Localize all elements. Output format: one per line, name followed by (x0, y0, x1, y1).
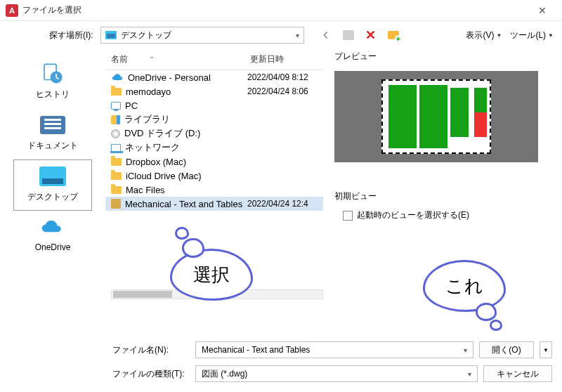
pc-icon (111, 102, 121, 110)
net-icon (111, 144, 121, 152)
column-header-name[interactable]: 名前 ⌃ (105, 49, 247, 70)
toolbar: 探す場所(I): デスクトップ ▾ ✕ 表示(V) ▼ ツール(L) ▼ (0, 21, 562, 49)
history-icon (38, 62, 67, 86)
chevron-down-icon: ▼ (496, 32, 502, 39)
file-name: OneDrive - Personal (128, 72, 247, 83)
file-name: Dropbox (Mac) (126, 157, 247, 167)
file-date: 2022/04/24 8:06 (247, 86, 323, 96)
bottom-panel: ファイル名(N): Mechanical - Text and Tables ▾… (0, 337, 562, 382)
toolbar-menus: 表示(V) ▼ ツール(L) ▼ (466, 30, 554, 41)
lib-icon (111, 115, 120, 124)
chevron-down-icon: ▾ (464, 346, 467, 354)
file-row[interactable]: iCloud Drive (Mac) (105, 169, 323, 183)
file-row[interactable]: OneDrive - Personal2022/04/09 8:12 (105, 70, 323, 84)
open-button[interactable]: 開く(O) (479, 341, 534, 358)
initial-view-checkbox[interactable] (343, 211, 353, 221)
file-date: 2022/04/24 12:4 (247, 199, 323, 209)
look-in-combo[interactable]: デスクトップ ▾ (100, 27, 304, 44)
app-icon: A (6, 4, 18, 17)
file-row[interactable]: memodayo2022/04/24 8:06 (105, 84, 323, 98)
file-list[interactable]: OneDrive - Personal2022/04/09 8:12memoda… (105, 70, 323, 211)
initial-view-checkbox-row: 起動時のビューを選択する(E) (334, 209, 549, 221)
window-title: ファイルを選択 (22, 4, 528, 16)
file-name: PC (125, 100, 247, 111)
file-name: ライブラリ (124, 113, 247, 126)
initial-view-label: 初期ビュー (334, 190, 549, 202)
titlebar: A ファイルを選択 ✕ (0, 0, 562, 21)
preview-label: プレビュー (334, 51, 549, 63)
tools-menu[interactable]: ツール(L) ▼ (510, 30, 554, 41)
preview-thumbnail (334, 71, 538, 162)
file-row[interactable]: PC (105, 98, 323, 112)
look-in-label: 探す場所(I): (49, 30, 93, 41)
sidebar-item-onedrive[interactable]: OneDrive (14, 211, 91, 259)
column-header-date[interactable]: 更新日時 (247, 49, 323, 70)
filename-input[interactable]: Mechanical - Text and Tables ▾ (195, 341, 473, 358)
file-name: memodayo (126, 86, 247, 97)
view-menu[interactable]: 表示(V) ▼ (466, 30, 502, 41)
folder-icon (111, 172, 122, 180)
file-row[interactable]: Mac Files (105, 183, 323, 197)
sidebar-item-history[interactable]: ヒストリ (14, 58, 91, 107)
file-row[interactable]: Dropbox (Mac) (105, 155, 323, 169)
filetype-value: 図面 (*.dwg) (202, 368, 247, 380)
places-sidebar: ヒストリ ドキュメント デスクトップ OneDrive (0, 49, 105, 337)
desktop-icon (38, 164, 67, 188)
file-list-header: 名前 ⌃ 更新日時 (105, 49, 323, 70)
dwg-icon (111, 199, 121, 209)
sidebar-item-label: OneDrive (14, 242, 91, 252)
new-folder-icon (388, 31, 399, 39)
new-folder-button[interactable] (387, 29, 400, 41)
filetype-label: ファイルの種類(T): (112, 368, 190, 380)
file-row[interactable]: DVD ドライブ (D:) (105, 126, 323, 141)
sidebar-item-desktop[interactable]: デスクトップ (14, 160, 91, 210)
sidebar-item-label: デスクトップ (14, 191, 91, 203)
initial-view-checkbox-label: 起動時のビューを選択する(E) (357, 209, 469, 221)
file-row[interactable]: ネットワーク (105, 141, 323, 155)
cancel-button[interactable]: キャンセル (483, 365, 552, 382)
delete-button[interactable]: ✕ (365, 29, 377, 41)
chevron-down-icon: ▾ (468, 370, 471, 378)
close-button[interactable]: ✕ (528, 5, 556, 16)
sidebar-item-label: ドキュメント (14, 140, 91, 152)
onedrive-icon (38, 216, 67, 240)
filename-label: ファイル名(N): (112, 344, 190, 356)
documents-icon (38, 113, 67, 137)
folder-up-icon (343, 30, 354, 40)
sidebar-item-documents[interactable]: ドキュメント (14, 109, 91, 159)
drawing-preview (381, 79, 491, 154)
folder-icon (111, 158, 122, 166)
file-name: ネットワーク (125, 141, 247, 154)
file-name: iCloud Drive (Mac) (126, 171, 247, 181)
folder-icon (111, 88, 122, 96)
file-name: Mechanical - Text and Tables (125, 199, 247, 209)
initial-view-section: 初期ビュー 起動時のビューを選択する(E) (334, 190, 549, 221)
sort-asc-icon: ⌃ (149, 55, 155, 63)
file-row[interactable]: ライブラリ (105, 112, 323, 126)
dvd-icon (111, 129, 120, 138)
file-name: DVD ドライブ (D:) (124, 127, 247, 140)
desktop-icon (105, 31, 117, 39)
filename-value: Mechanical - Text and Tables (202, 345, 310, 355)
cloud-icon (111, 72, 124, 83)
view-menu-label: 表示(V) (466, 30, 494, 41)
tools-menu-label: ツール(L) (510, 30, 546, 41)
scrollbar-thumb[interactable] (113, 291, 172, 298)
open-button-dropdown[interactable]: ▼ (540, 341, 552, 358)
chevron-down-icon: ▼ (548, 32, 554, 39)
folder-icon (111, 186, 122, 194)
filetype-combo[interactable]: 図面 (*.dwg) ▾ (195, 365, 478, 382)
toolbar-icons: ✕ (320, 29, 400, 41)
file-date: 2022/04/09 8:12 (247, 72, 323, 82)
sidebar-item-label: ヒストリ (14, 89, 91, 100)
back-button[interactable] (320, 29, 332, 41)
chevron-down-icon: ▾ (296, 32, 299, 39)
look-in-value: デスクトップ (121, 30, 171, 41)
up-folder-button[interactable] (342, 29, 355, 41)
file-row[interactable]: Mechanical - Text and Tables2022/04/24 1… (105, 197, 323, 211)
file-name: Mac Files (126, 185, 247, 195)
